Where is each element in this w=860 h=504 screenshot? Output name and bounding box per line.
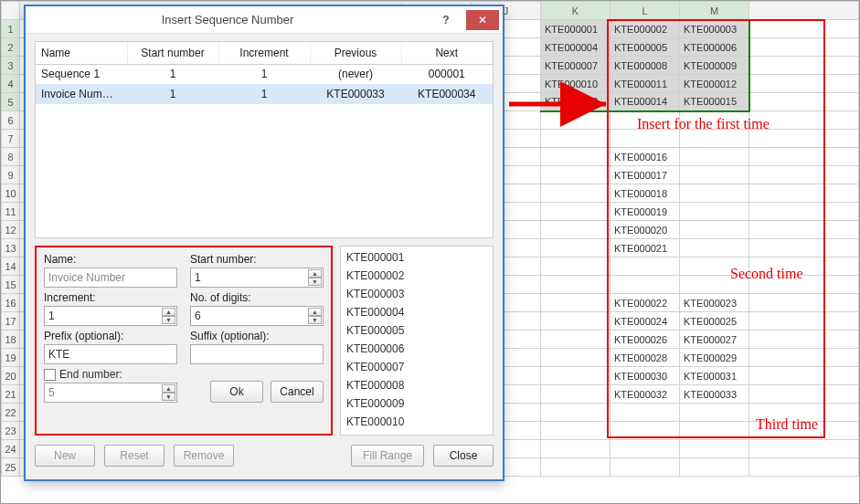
spinner[interactable]: ▲▼: [162, 308, 175, 324]
remove-button[interactable]: Remove: [174, 445, 234, 467]
colhead-K[interactable]: K: [541, 2, 610, 20]
colhead-L[interactable]: L: [610, 2, 680, 20]
table-col-start[interactable]: Start number: [127, 42, 218, 64]
list-item: KTE000002: [346, 267, 487, 285]
list-item: KTE000008: [346, 376, 487, 394]
list-item: KTE000010: [346, 413, 487, 431]
colhead-M[interactable]: M: [680, 2, 749, 20]
help-button[interactable]: ?: [430, 10, 462, 30]
cell[interactable]: KTE000001: [541, 20, 610, 38]
list-item: KTE000006: [346, 340, 487, 358]
list-item: KTE000003: [346, 285, 487, 303]
table-col-name[interactable]: Name: [36, 42, 127, 64]
end-number-input[interactable]: 5▲▼: [44, 383, 177, 403]
dialog-titlebar[interactable]: Insert Sequence Number ? ✕: [26, 6, 503, 34]
table-col-inc[interactable]: Increment: [218, 42, 310, 64]
dialog-title: Insert Sequence Number: [26, 13, 430, 26]
list-item: KTE000004: [346, 303, 487, 321]
spinner[interactable]: ▲▼: [308, 269, 322, 286]
sequence-form: Name: Invoice Number Start number: 1▲▼ I…: [35, 246, 333, 436]
right-callout: [607, 19, 825, 438]
start-number-input[interactable]: 1▲▼: [190, 268, 324, 288]
preview-list: KTE000001 KTE000002 KTE000003 KTE000004 …: [340, 246, 494, 436]
new-button[interactable]: New: [35, 445, 95, 467]
fill-range-button[interactable]: Fill Range: [351, 445, 424, 467]
annot-second: Second time: [730, 266, 803, 282]
select-all-cell[interactable]: [2, 2, 20, 20]
colhead-spare[interactable]: [749, 2, 859, 20]
close-icon[interactable]: ✕: [466, 10, 499, 30]
close-button[interactable]: Close: [433, 445, 494, 467]
cancel-button[interactable]: Cancel: [271, 381, 324, 403]
label-name: Name:: [44, 253, 177, 266]
label-suffix: Suffix (optional):: [190, 330, 324, 342]
list-item: KTE000001: [346, 248, 487, 267]
table-row[interactable]: Invoice Num…11KTE000033KTE000034: [36, 84, 493, 104]
list-item: KTE000007: [346, 358, 487, 376]
reset-button[interactable]: Reset: [104, 445, 165, 467]
insert-sequence-dialog: Insert Sequence Number ? ✕ Name Start nu…: [24, 5, 504, 481]
table-col-next[interactable]: Next: [401, 42, 493, 64]
label-start: Start number:: [190, 253, 324, 266]
label-increment: Increment:: [44, 291, 177, 304]
label-digits: No. of digits:: [190, 291, 324, 304]
ok-button[interactable]: Ok: [210, 381, 263, 403]
list-item: KTE000005: [346, 321, 487, 340]
spinner[interactable]: ▲▼: [308, 308, 322, 324]
digits-input[interactable]: 6▲▼: [190, 306, 324, 326]
end-number-checkbox[interactable]: End number:: [44, 368, 177, 381]
sequence-table[interactable]: Name Start number Increment Previous Nex…: [35, 41, 494, 238]
annot-third: Third time: [756, 416, 818, 433]
increment-input[interactable]: 1▲▼: [44, 306, 177, 326]
spinner[interactable]: ▲▼: [162, 384, 175, 401]
annot-first: Insert for the first time: [637, 116, 770, 132]
table-row[interactable]: Sequence 111(never)000001: [36, 64, 493, 84]
list-item: KTE000009: [346, 394, 487, 413]
prefix-input[interactable]: KTE: [44, 344, 177, 364]
name-input[interactable]: Invoice Number: [44, 268, 177, 288]
suffix-input[interactable]: [190, 344, 324, 364]
label-prefix: Prefix (optional):: [44, 330, 177, 342]
arrow-to-sheet: [509, 90, 619, 121]
table-col-prev[interactable]: Previous: [310, 42, 401, 64]
